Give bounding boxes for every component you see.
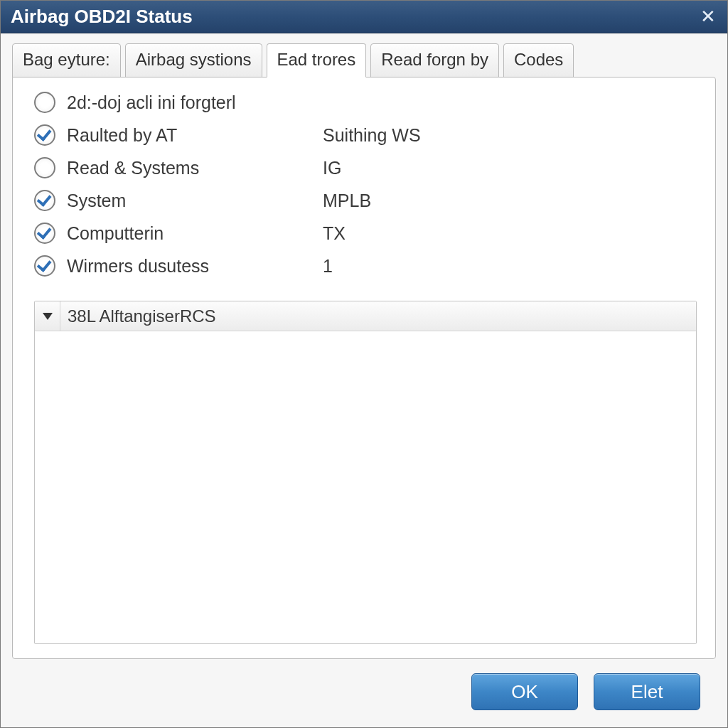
option-label: Computterin [67, 223, 323, 244]
window-title: Airbag OBD2I Status [11, 6, 696, 28]
button-row: OK Elet [12, 659, 716, 714]
option-value: 1 [323, 256, 333, 277]
tab-ead-trores[interactable]: Ead trores [267, 43, 367, 77]
dropdown-selected: 38L AlftangiserRCS [60, 306, 216, 326]
option-row: Read & Systems IG [34, 157, 697, 178]
ok-button[interactable]: OK [471, 673, 578, 710]
option-row: 2d:-doj acli ini forgterl [34, 92, 697, 113]
option-row: Wirmers dusutess 1 [34, 255, 697, 277]
elet-button[interactable]: Elet [594, 673, 700, 710]
titlebar: Airbag OBD2I Status ✕ [1, 1, 727, 33]
option-value: TX [323, 223, 346, 244]
chevron-down-icon [35, 301, 60, 331]
radio-checked-icon[interactable] [34, 223, 55, 244]
option-row: Computterin TX [34, 223, 697, 244]
radio-checked-icon[interactable] [34, 190, 55, 211]
dropdown-header[interactable]: 38L AlftangiserRCS [35, 301, 696, 331]
option-value: MPLB [323, 191, 371, 211]
option-label: Wirmers dusutess [67, 256, 323, 277]
radio-icon[interactable] [34, 157, 55, 178]
tab-bag-eyture[interactable]: Bag eyture: [12, 43, 121, 77]
option-value: Suithing WS [323, 125, 421, 146]
radio-icon[interactable] [34, 92, 55, 113]
tab-codes[interactable]: Codes [503, 43, 574, 77]
tab-strip: Bag eyture: Airbag systions Ead trores R… [12, 43, 716, 77]
radio-checked-icon[interactable] [34, 124, 55, 146]
option-label: Read & Systems [67, 158, 323, 178]
option-label: 2d:-doj acli ini forgterl [67, 92, 323, 113]
dialog-window: Airbag OBD2I Status ✕ Bag eyture: Airbag… [0, 0, 728, 728]
option-row: System MPLB [34, 190, 697, 211]
tab-airbag-systions[interactable]: Airbag systions [125, 43, 262, 77]
option-label: Raulted by AT [67, 125, 323, 146]
tab-read-forgn-by[interactable]: Read forgn by [370, 43, 499, 77]
svg-marker-0 [43, 313, 53, 320]
results-panel: 38L AlftangiserRCS [34, 301, 697, 644]
option-value: IG [323, 158, 341, 178]
results-body [35, 331, 696, 643]
option-row: Raulted by AT Suithing WS [34, 124, 697, 146]
content-area: Bag eyture: Airbag systions Ead trores R… [1, 33, 727, 727]
tab-panel: 2d:-doj acli ini forgterl Raulted by AT … [12, 77, 716, 659]
radio-checked-icon[interactable] [34, 255, 55, 277]
close-icon[interactable]: ✕ [696, 5, 720, 29]
option-label: System [67, 191, 323, 211]
